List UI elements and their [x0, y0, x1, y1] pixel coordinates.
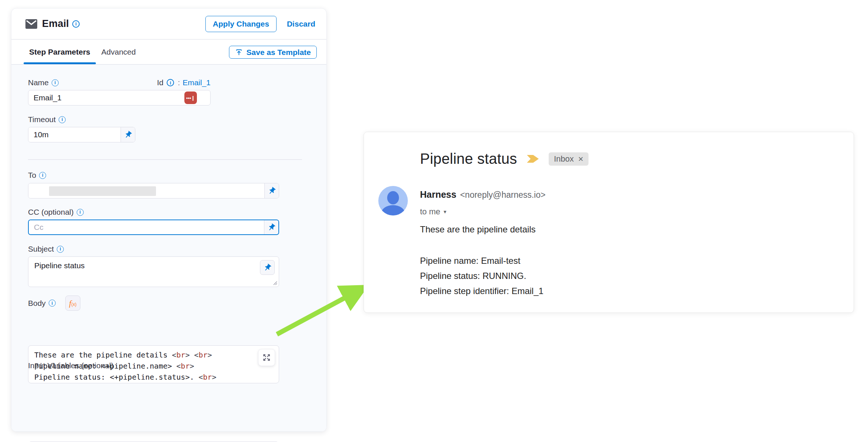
sender-name: Harness [420, 189, 456, 200]
chevron-down-icon: ▾ [444, 208, 447, 215]
pin-icon [265, 221, 277, 233]
body-info-icon[interactable] [49, 300, 56, 307]
save-as-template-label: Save as Template [246, 48, 311, 57]
to-label-text: To [28, 171, 36, 180]
tab-advanced[interactable]: Advanced [96, 39, 141, 64]
tab-advanced-label: Advanced [101, 48, 136, 56]
id-chip: Id : Email_1 [157, 78, 211, 87]
to-input-wrap [28, 183, 264, 198]
timeout-input[interactable] [28, 127, 121, 142]
input-variables-label: Input Variables (optional) [28, 361, 114, 370]
password-manager-extension-icon[interactable] [184, 91, 197, 104]
subject-info-icon[interactable] [57, 246, 64, 253]
sender-avatar [378, 186, 408, 215]
cc-input[interactable] [29, 220, 264, 234]
discard-button[interactable]: Discard [287, 20, 315, 28]
save-as-template-button[interactable]: Save as Template [229, 46, 317, 59]
subject-label-text: Subject [28, 245, 54, 253]
id-separator: : [178, 78, 180, 87]
pin-icon [122, 129, 134, 141]
timeout-fixed-value-pin-button[interactable] [121, 127, 135, 142]
recipient-label: to me [420, 207, 440, 217]
inbox-label-chip[interactable]: Inbox × [549, 152, 588, 166]
subject-label: Subject [28, 245, 64, 253]
fx-sub-label: (x) [71, 302, 76, 307]
to-label: To [28, 171, 46, 180]
page-title: Email [42, 18, 69, 30]
id-info-icon[interactable] [167, 79, 174, 86]
email-envelope-icon [25, 19, 37, 29]
cc-label-text: CC (optional) [28, 208, 74, 217]
id-value-link[interactable]: Email_1 [183, 78, 211, 87]
email-preview-card: Pipeline status Inbox × Harness <noreply… [364, 132, 854, 313]
recipient-dropdown[interactable]: to me ▾ [420, 207, 447, 217]
redacted-email-block [49, 186, 156, 196]
id-label: Id [157, 78, 164, 87]
cc-info-icon[interactable] [77, 209, 84, 216]
active-tab-underline [24, 62, 96, 64]
timeout-label-text: Timeout [28, 115, 56, 124]
header-actions: Apply Changes Discard [205, 16, 315, 32]
inbox-label-text: Inbox [554, 154, 574, 164]
subject-fixed-value-pin-button[interactable] [260, 260, 275, 275]
email-body-line: Pipeline step identifier: Email_1 [420, 283, 544, 298]
email-body-line: Pipeline name: Email-test [420, 253, 544, 268]
importance-marker-icon[interactable] [527, 154, 539, 163]
tabs-row: Step Parameters Advanced Save as Templat… [11, 39, 326, 65]
annotation-arrow [271, 280, 378, 342]
timeout-label: Timeout [28, 115, 66, 124]
tab-step-parameters-label: Step Parameters [29, 48, 90, 56]
body-label: Body [28, 299, 56, 308]
apply-changes-button[interactable]: Apply Changes [205, 16, 277, 32]
email-body-line: Pipeline status: RUNNING. [420, 268, 544, 283]
title-info-icon[interactable] [72, 20, 80, 28]
sender-email: <noreply@harness.io> [460, 190, 546, 200]
tab-step-parameters[interactable]: Step Parameters [24, 39, 96, 64]
screenshot-canvas: Email Apply Changes Discard Step Paramet… [0, 0, 868, 442]
avatar-body [381, 205, 405, 215]
body-label-text: Body [28, 299, 46, 308]
step-parameters-form: Name Id : Email_1 Timeout [11, 65, 326, 431]
subject-textarea[interactable]: Pipeline status [28, 257, 279, 287]
email-subject-title: Pipeline status [420, 151, 517, 167]
name-input[interactable] [28, 90, 211, 106]
expression-fx-button[interactable]: f (x) [65, 296, 80, 311]
expand-editor-button[interactable] [258, 349, 275, 366]
cc-fixed-value-pin-button[interactable] [264, 220, 278, 234]
panel-header: Email Apply Changes Discard [11, 8, 326, 39]
avatar-head [387, 191, 399, 204]
to-info-icon[interactable] [39, 172, 46, 179]
upload-icon [235, 48, 243, 56]
name-info-icon[interactable] [52, 79, 59, 86]
pin-icon [266, 185, 278, 197]
cc-label: CC (optional) [28, 208, 84, 217]
remove-label-icon[interactable]: × [578, 155, 583, 163]
section-divider [28, 159, 302, 160]
email-body-details: Pipeline name: Email-test Pipeline statu… [420, 253, 544, 298]
timeout-info-icon[interactable] [59, 116, 66, 123]
email-step-panel: Email Apply Changes Discard Step Paramet… [11, 8, 327, 432]
email-body-intro: These are the pipeline details [420, 224, 536, 235]
pin-icon [261, 262, 273, 273]
name-label: Name [28, 78, 59, 87]
expand-icon [262, 353, 271, 362]
to-fixed-value-pin-button[interactable] [264, 183, 279, 198]
name-label-text: Name [28, 78, 49, 87]
